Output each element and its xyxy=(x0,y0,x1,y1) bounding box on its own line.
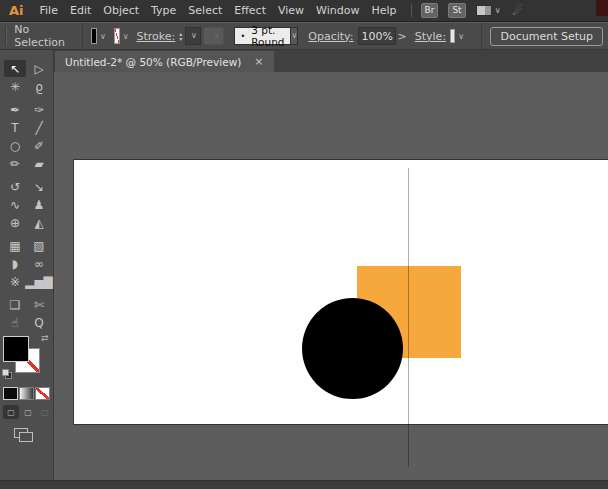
menu-view[interactable]: View xyxy=(278,4,304,17)
tab-close-icon[interactable]: × xyxy=(254,55,263,68)
adobe-corner-badge xyxy=(596,0,608,16)
brush-chevron-button[interactable]: ∨ xyxy=(291,27,298,45)
paintbrush-tool[interactable]: ✐ xyxy=(28,137,50,154)
control-bar: No Selection ∨ ∨ Stroke: ▴ ▾ ∨ ∨ • 3 pt.… xyxy=(0,22,608,50)
selection-tool[interactable]: ↖ xyxy=(4,60,26,77)
tools-panel: ↖▷✳ϱ✒✑T╱○✐✏▰↺↘∿♟⊕◭▦▧◗∞※▂▅▇❏✄☝Q ⇄ ▢ ▢ ▢ xyxy=(0,50,54,489)
chevron-down-icon[interactable]: ∨ xyxy=(495,7,501,15)
puppet-warp-tool[interactable]: ♟ xyxy=(28,196,50,213)
rotate-tool[interactable]: ↺ xyxy=(4,178,26,195)
eraser-tool[interactable]: ▰ xyxy=(28,155,50,172)
style-chevron-icon[interactable]: ∨ xyxy=(458,32,464,41)
opacity-input[interactable]: 100% xyxy=(358,27,396,45)
stroke-color-swatch[interactable] xyxy=(114,28,120,44)
curvature-tool[interactable]: ✑ xyxy=(28,101,50,118)
fill-color-swatch[interactable] xyxy=(91,28,97,44)
opacity-menu-arrow[interactable]: > xyxy=(398,30,407,43)
stepper-down-icon[interactable]: ▾ xyxy=(179,36,182,41)
menu-type[interactable]: Type xyxy=(151,4,176,17)
draw-normal-button[interactable]: ▢ xyxy=(3,405,19,419)
pen-tool[interactable]: ✒ xyxy=(4,101,26,118)
graphic-style-swatch[interactable] xyxy=(450,29,455,43)
fill-stroke-control: ⇄ xyxy=(0,335,54,381)
menu-edit[interactable]: Edit xyxy=(70,4,91,17)
artboard-tool[interactable]: ❏ xyxy=(4,296,26,313)
panel-grip[interactable] xyxy=(5,27,7,45)
drawing-mode-buttons: ▢ ▢ ▢ xyxy=(0,405,53,419)
selection-status: No Selection xyxy=(14,23,65,49)
paint-type-buttons xyxy=(0,387,53,400)
magic-wand-tool[interactable]: ✳ xyxy=(4,78,26,95)
hand-tool[interactable]: ☝ xyxy=(4,314,26,331)
symbol-sprayer-tool[interactable]: ※ xyxy=(4,273,26,290)
screen-mode-button[interactable] xyxy=(14,428,34,444)
menubar-divider xyxy=(411,4,412,17)
stroke-chevron-icon[interactable]: ∨ xyxy=(123,32,129,41)
document-setup-button[interactable]: Document Setup xyxy=(490,27,603,46)
menu-bar: Ai File Edit Object Type Select Effect V… xyxy=(0,0,608,22)
ellipse-tool[interactable]: ○ xyxy=(4,137,26,154)
fill-indicator-swatch[interactable] xyxy=(3,336,29,362)
stroke-width-chevron-icon[interactable]: ∨ xyxy=(191,32,197,40)
width-tool[interactable]: ∿ xyxy=(4,196,26,213)
vertical-line-shape[interactable] xyxy=(408,168,409,467)
type-tool[interactable]: T xyxy=(4,119,26,136)
canvas-pasteboard[interactable] xyxy=(54,72,608,489)
toolbar-tools: ↖▷✳ϱ✒✑T╱○✐✏▰↺↘∿♟⊕◭▦▧◗∞※▂▅▇❏✄☝Q xyxy=(0,60,53,332)
column-graph-tool[interactable]: ▂▅▇ xyxy=(28,273,50,290)
document-tab-bar: Untitled-2* @ 50% (RGB/Preview) × xyxy=(54,50,608,72)
bottom-scrollbar-strip[interactable] xyxy=(0,480,608,489)
line-segment-tool[interactable]: ╱ xyxy=(28,119,50,136)
slice-tool[interactable]: ✄ xyxy=(28,296,50,313)
document-tab[interactable]: Untitled-2* @ 50% (RGB/Preview) × xyxy=(55,51,274,72)
draw-behind-button[interactable]: ▢ xyxy=(20,405,36,419)
shaper-tool[interactable]: ✏ xyxy=(4,155,26,172)
default-fill-stroke-icon[interactable] xyxy=(2,369,13,380)
brush-name: 3 pt. Round xyxy=(251,24,284,48)
lasso-tool[interactable]: ϱ xyxy=(28,78,50,95)
gradient-button[interactable] xyxy=(19,387,34,400)
profile-chevron-icon: ∨ xyxy=(214,32,220,40)
fill-chevron-icon[interactable]: ∨ xyxy=(100,32,106,41)
swap-fill-stroke-icon[interactable]: ⇄ xyxy=(41,333,49,343)
shape-builder-tool[interactable]: ⊕ xyxy=(4,214,26,231)
stock-button[interactable]: St xyxy=(448,3,465,18)
menu-object[interactable]: Object xyxy=(103,4,139,17)
menu-select[interactable]: Select xyxy=(188,4,222,17)
brush-chevron-icon: ∨ xyxy=(291,32,297,40)
none-button[interactable] xyxy=(35,387,50,400)
stroke-panel-link[interactable]: Stroke: xyxy=(137,30,176,43)
black-circle-shape[interactable] xyxy=(302,298,403,399)
blend-tool[interactable]: ∞ xyxy=(28,255,50,272)
color-button[interactable] xyxy=(3,387,18,400)
bridge-button[interactable]: Br xyxy=(421,3,439,18)
document-tab-title: Untitled-2* @ 50% (RGB/Preview) xyxy=(65,56,241,68)
style-panel-link[interactable]: Style: xyxy=(415,30,446,43)
workspace-switcher-icon[interactable] xyxy=(476,5,492,16)
brush-preview-icon: • xyxy=(241,32,246,41)
direct-selection-tool[interactable]: ▷ xyxy=(28,60,50,77)
menu-help[interactable]: Help xyxy=(371,4,396,17)
mesh-tool[interactable]: ▦ xyxy=(4,237,26,254)
app-logo: Ai xyxy=(9,3,24,18)
stroke-width-input[interactable]: ∨ xyxy=(185,27,201,45)
eyedropper-tool[interactable]: ◗ xyxy=(4,255,26,272)
width-profile-dropdown: ∨ xyxy=(203,27,224,45)
zoom-tool[interactable]: Q xyxy=(28,314,50,331)
menu-effect[interactable]: Effect xyxy=(234,4,266,17)
scale-tool[interactable]: ↘ xyxy=(28,178,50,195)
menu-file[interactable]: File xyxy=(40,4,58,17)
brush-definition-dropdown[interactable]: • 3 pt. Round xyxy=(234,27,292,45)
perspective-grid-tool[interactable]: ◭ xyxy=(28,214,50,231)
draw-inside-button: ▢ xyxy=(37,405,53,419)
gpu-performance-icon[interactable]: ☄ xyxy=(513,4,524,18)
stroke-width-stepper[interactable]: ▴ ▾ xyxy=(179,31,182,41)
gradient-tool[interactable]: ▧ xyxy=(28,237,50,254)
opacity-panel-link[interactable]: Opacity: xyxy=(308,30,353,43)
menu-window[interactable]: Window xyxy=(316,4,359,17)
